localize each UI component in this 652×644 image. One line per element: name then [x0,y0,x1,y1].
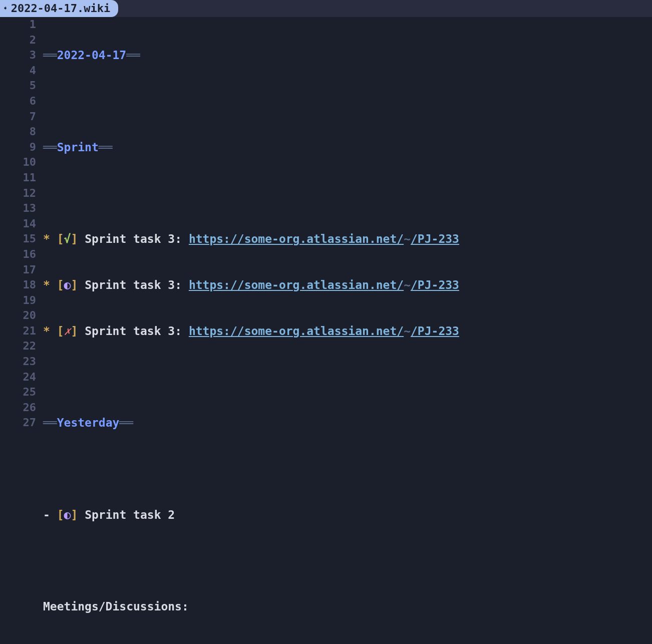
blank-line [43,553,459,568]
jira-link[interactable]: /PJ-233 [411,325,459,338]
editor[interactable]: 1 2 3 4 5 6 7 8 9 10 11 12 13 14 15 16 1… [0,17,652,644]
line-number: 20 [0,308,36,324]
line-number: 21 [0,324,36,339]
line-number: 7 [0,109,36,125]
line-number: 17 [0,262,36,278]
blank-line [43,94,459,109]
task-item: * [◐] Sprint task 3: https://some-org.at… [43,277,459,293]
section-label: Meetings/Discussions: [43,599,459,614]
code-area[interactable]: ══2022-04-17══ ══Sprint══ * [√] Sprint t… [39,17,459,644]
tab-bar: ➧ 2022-04-17.wiki [0,0,652,17]
line-number: 15 [0,231,36,247]
line-number: 12 [0,186,36,201]
line-number: 1 [0,17,36,33]
line-number: 19 [0,293,36,308]
line-number: 5 [0,78,36,94]
arrow-down-icon: ➧ [3,1,8,16]
task-item: * [√] Sprint task 3: https://some-org.at… [43,231,459,247]
jira-link[interactable]: /PJ-233 [411,278,459,291]
line-number: 14 [0,216,36,232]
check-pending-icon: ◐ [64,508,71,521]
line-number: 8 [0,124,36,140]
line-number: 3 [0,48,36,63]
jira-link[interactable]: https://some-org.atlassian.net/ [189,232,404,245]
line-number: 22 [0,339,36,354]
line-number: 23 [0,354,36,370]
line-number: 10 [0,155,36,170]
jira-link[interactable]: /PJ-233 [411,232,459,245]
line-number: 4 [0,63,36,79]
line-number: 2 [0,33,36,48]
line-number: 9 [0,140,36,155]
line-number: 26 [0,400,36,416]
blank-line [43,185,459,201]
line-number: 24 [0,370,36,385]
blank-line [43,369,459,385]
task-item: * [✗] Sprint task 3: https://some-org.at… [43,324,459,339]
tab-filename: 2022-04-17.wiki [11,1,111,16]
line-number: 27 [0,415,36,431]
jira-link[interactable]: https://some-org.atlassian.net/ [189,278,404,291]
heading-sprint: ══Sprint══ [43,140,459,155]
heading-yesterday: ══Yesterday══ [43,415,459,431]
line-number: 6 [0,94,36,109]
check-not-icon: ✗ [64,325,71,338]
line-number: 16 [0,247,36,262]
check-done-icon: √ [64,232,71,245]
line-number: 18 [0,277,36,293]
check-pending-icon: ◐ [64,278,71,291]
tab-active[interactable]: ➧ 2022-04-17.wiki [0,0,118,17]
line-number: 13 [0,201,36,216]
line-number-gutter: 1 2 3 4 5 6 7 8 9 10 11 12 13 14 15 16 1… [0,17,39,644]
task-item: - [◐] Sprint task 2 [43,507,459,523]
jira-link[interactable]: https://some-org.atlassian.net/ [189,325,404,338]
blank-line [43,461,459,477]
line-number: 25 [0,385,36,400]
heading-title: ══2022-04-17══ [43,48,459,63]
line-number: 11 [0,170,36,186]
